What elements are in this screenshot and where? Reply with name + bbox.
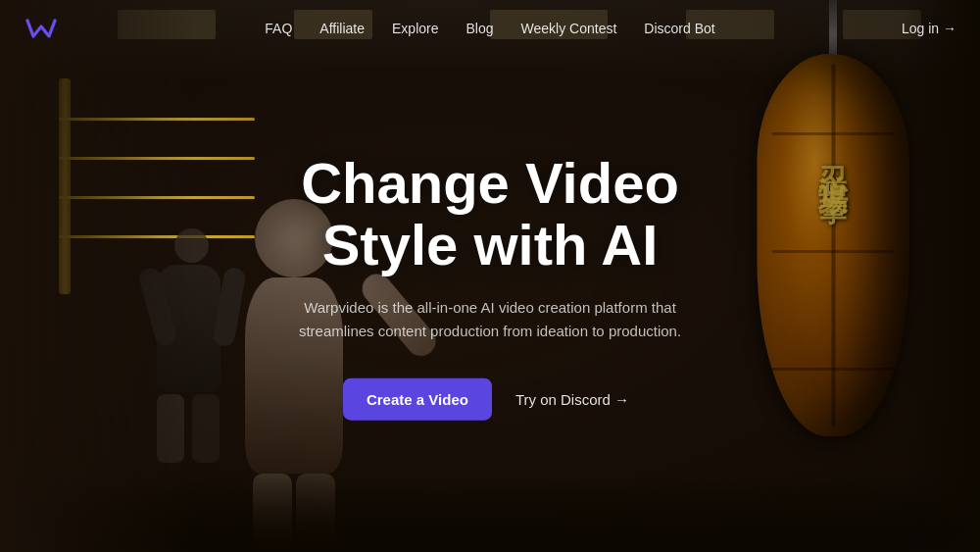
nav-weekly-contest[interactable]: Weekly Contest	[521, 21, 617, 36]
nav-affiliate[interactable]: Affiliate	[319, 21, 365, 36]
logo[interactable]	[24, 11, 59, 46]
hero-title-line2: Style with AI	[322, 213, 659, 276]
hero-title: Change Video Style with AI	[245, 151, 735, 276]
navbar: FAQ Affiliate Explore Blog Weekly Contes…	[0, 0, 980, 57]
nav-links: FAQ Affiliate Explore Blog Weekly Contes…	[265, 21, 714, 36]
nav-faq[interactable]: FAQ	[265, 21, 292, 36]
hero-section: Change Video Style with AI Warpvideo is …	[245, 151, 735, 421]
try-discord-button[interactable]: Try on Discord →	[508, 378, 637, 421]
login-button[interactable]: Log in →	[902, 21, 956, 36]
logo-icon	[24, 11, 59, 46]
hero-subtitle: Warpvideo is the all-in-one AI video cre…	[284, 296, 696, 343]
nav-blog[interactable]: Blog	[466, 21, 493, 36]
hero-cta-group: Create a Video Try on Discord →	[245, 378, 735, 421]
create-video-button[interactable]: Create a Video	[343, 378, 492, 421]
nav-explore[interactable]: Explore	[392, 21, 438, 36]
wall-right-vignette	[902, 0, 980, 552]
hero-title-line1: Change Video	[301, 150, 679, 214]
wall-left-vignette	[0, 0, 196, 552]
nav-discord-bot[interactable]: Discord Bot	[644, 21, 714, 36]
